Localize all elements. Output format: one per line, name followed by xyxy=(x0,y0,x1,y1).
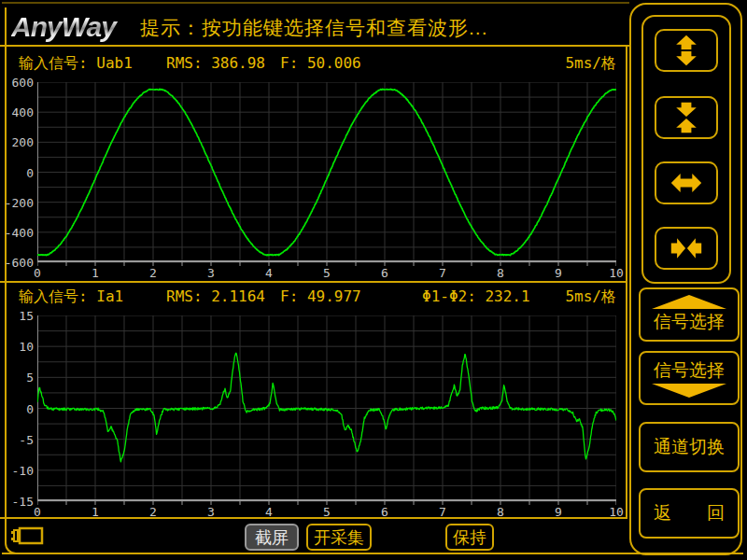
y-axis-tick-label: 400 xyxy=(4,105,34,119)
x-axis-tick-label: 2 xyxy=(141,505,165,519)
expand-horizontal-button[interactable] xyxy=(655,161,718,204)
instrument-screen: AnyWay 提示：按功能键选择信号和查看波形... 输入信号: Uab1 RM… xyxy=(0,0,747,560)
expand-horizontal-icon xyxy=(669,166,704,200)
y-axis-tick-label: 15 xyxy=(4,309,34,323)
signal-select-down-label: 信号选择 xyxy=(654,358,725,383)
battery-icon xyxy=(9,525,45,547)
y-axis-tick-label: 200 xyxy=(4,135,34,149)
triangle-up-icon xyxy=(650,295,728,309)
x-axis-tick-label: 3 xyxy=(199,505,223,519)
x-axis-tick-label: 10 xyxy=(604,505,628,519)
start-acquisition-button[interactable]: 开采集 xyxy=(306,524,372,551)
y-axis-tick-label: 10 xyxy=(4,340,34,354)
compress-vertical-button[interactable] xyxy=(655,96,718,139)
titlebar-divider xyxy=(0,45,629,47)
current-rms-value: RMS: 2.1164 xyxy=(166,287,265,305)
x-axis-tick-label: 4 xyxy=(257,266,281,280)
signal-select-down-button[interactable]: 信号选择 xyxy=(639,351,740,405)
x-axis-tick-label: 7 xyxy=(430,266,455,280)
x-axis-tick-label: 4 xyxy=(257,505,281,519)
expand-vertical-button[interactable] xyxy=(655,29,718,72)
y-axis-tick-label: 0 xyxy=(4,402,34,416)
chart-divider xyxy=(0,281,627,283)
return-button[interactable]: 返 回 xyxy=(639,488,740,539)
expand-vertical-icon xyxy=(669,34,704,67)
x-axis-tick-label: 1 xyxy=(83,505,107,519)
x-axis-tick-label: 0 xyxy=(25,505,49,519)
return-label: 返 回 xyxy=(654,501,725,525)
x-axis-tick-label: 2 xyxy=(141,266,165,280)
x-axis-tick-label: 7 xyxy=(430,505,455,519)
y-axis-tick-label: 0 xyxy=(4,166,34,180)
y-axis-tick-label: -10 xyxy=(4,464,34,478)
x-axis-tick-label: 6 xyxy=(373,266,397,280)
y-axis-tick-label: -200 xyxy=(4,196,34,210)
anyway-logo: AnyWay xyxy=(11,11,134,43)
voltage-waveform-svg xyxy=(37,82,616,267)
top-screen-border xyxy=(2,2,629,4)
current-signal-label: 输入信号: Ia1 xyxy=(19,287,123,307)
signal-select-up-button[interactable]: 信号选择 xyxy=(639,287,740,342)
screenshot-button[interactable]: 截屏 xyxy=(245,524,299,551)
phase-difference-value: Φ1-Φ2: 232.1 xyxy=(422,287,530,305)
x-axis-tick-label: 5 xyxy=(315,266,339,280)
channel-switch-button[interactable]: 通道切换 xyxy=(639,422,740,472)
signal-select-up-label: 信号选择 xyxy=(654,310,725,334)
bottom-screen-border xyxy=(2,553,743,554)
triangle-down-icon xyxy=(650,384,728,398)
y-axis-tick-label: -400 xyxy=(4,226,34,240)
voltage-timebase-label: 5ms/格 xyxy=(523,54,616,74)
x-axis-tick-label: 1 xyxy=(83,266,107,280)
current-plot xyxy=(37,315,616,506)
voltage-rms-value: RMS: 386.98 xyxy=(166,54,265,72)
hold-button[interactable]: 保持 xyxy=(445,524,494,551)
voltage-freq-value: F: 50.006 xyxy=(280,54,361,72)
x-axis-tick-label: 6 xyxy=(373,505,397,519)
x-axis-tick-label: 3 xyxy=(199,266,223,280)
x-axis-tick-label: 10 xyxy=(604,266,628,280)
title-message: 提示：按功能键选择信号和查看波形... xyxy=(140,15,488,41)
y-axis-tick-label: 5 xyxy=(4,371,34,385)
x-axis-tick-label: 0 xyxy=(25,266,49,280)
x-axis-tick-label: 9 xyxy=(546,266,571,280)
y-axis-tick-label: 600 xyxy=(4,76,34,90)
x-axis-tick-label: 5 xyxy=(315,505,339,519)
compress-vertical-icon xyxy=(669,101,704,134)
current-freq-value: F: 49.977 xyxy=(280,287,361,305)
x-axis-tick-label: 9 xyxy=(546,505,571,519)
compress-horizontal-button[interactable] xyxy=(655,227,718,270)
x-axis-tick-label: 8 xyxy=(488,266,513,280)
compress-horizontal-icon xyxy=(669,231,704,265)
current-waveform-svg xyxy=(37,315,616,506)
voltage-signal-label: 输入信号: Uab1 xyxy=(19,54,133,74)
channel-switch-label: 通道切换 xyxy=(654,435,725,459)
voltage-plot xyxy=(37,82,616,267)
y-axis-tick-label: -5 xyxy=(4,433,34,447)
current-timebase-label: 5ms/格 xyxy=(523,287,616,307)
x-axis-tick-label: 8 xyxy=(488,505,513,519)
